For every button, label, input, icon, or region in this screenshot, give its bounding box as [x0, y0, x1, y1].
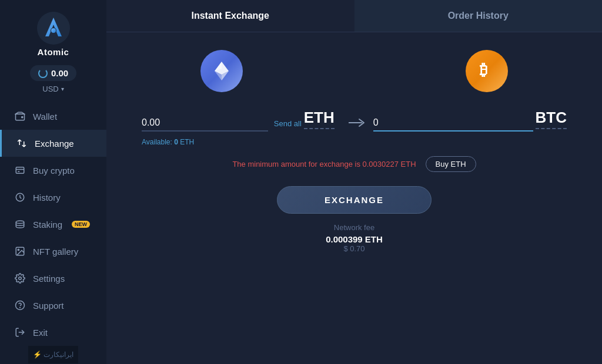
exit-icon [14, 326, 26, 338]
sidebar-label-staking: Staking [33, 220, 62, 230]
logo-area: Atomic [37, 12, 70, 57]
available-amount: 0 [174, 138, 178, 146]
tab-instant-exchange[interactable]: Instant Exchange [106, 0, 354, 32]
sidebar: Atomic 0.00 USD ▾ Wallet [0, 0, 106, 364]
sidebar-label-support: Support [33, 301, 64, 311]
send-all-button[interactable]: Send all [274, 119, 302, 128]
fee-area: Network fee 0.000399 ETH $ 0.70 [326, 223, 383, 253]
sidebar-label-nft-gallery: NFT gallery [33, 247, 78, 257]
arrow-right-icon [349, 117, 365, 128]
sidebar-item-exit[interactable]: Exit [0, 319, 106, 346]
from-amount-input[interactable] [142, 115, 268, 132]
watermark-text: ایرانیکارت ⚡ [33, 350, 73, 359]
history-icon [14, 191, 26, 203]
sidebar-item-exchange[interactable]: Exchange [0, 130, 106, 157]
sidebar-item-buy-crypto[interactable]: Buy crypto [0, 157, 106, 184]
atomic-logo-icon [37, 12, 70, 45]
btc-coin-icon: ₿ [466, 50, 508, 92]
exchange-panel: ₿ Send all ETH [106, 32, 602, 364]
watermark: ایرانیکارت ⚡ [28, 346, 78, 363]
error-message: The minimum amount for exchange is 0.003… [232, 160, 416, 168]
sidebar-label-exit: Exit [33, 328, 48, 338]
chevron-down-icon: ▾ [61, 86, 64, 92]
sidebar-label-settings: Settings [33, 274, 65, 284]
sidebar-item-settings[interactable]: Settings [0, 265, 106, 292]
settings-icon [14, 272, 26, 284]
svg-point-7 [16, 221, 24, 224]
currency-label: USD [42, 85, 58, 93]
sidebar-item-history[interactable]: History [0, 184, 106, 211]
fee-usd-value: $ 0.70 [326, 244, 383, 253]
available-coin: ETH [180, 138, 194, 146]
from-coin-label: ETH [304, 109, 335, 129]
svg-point-10 [19, 277, 22, 280]
buy-eth-button[interactable]: Buy ETH [426, 156, 476, 172]
exchange-button[interactable]: EXCHANGE [277, 186, 432, 214]
main-content: Instant Exchange Order History ₿ [106, 0, 602, 364]
app-name: Atomic [38, 47, 69, 57]
eth-coin-icon [200, 50, 243, 92]
balance-spinner-icon [38, 69, 48, 78]
wallet-icon [14, 110, 26, 122]
staking-icon [14, 218, 26, 230]
sidebar-item-wallet[interactable]: Wallet [0, 103, 106, 130]
svg-point-4 [22, 116, 23, 117]
currency-selector[interactable]: USD ▾ [42, 85, 63, 93]
sidebar-label-buy-crypto: Buy crypto [33, 166, 75, 176]
tab-bar: Instant Exchange Order History [106, 0, 602, 32]
nft-icon [14, 245, 26, 257]
svg-point-9 [18, 249, 19, 250]
support-icon [14, 299, 26, 311]
error-row: The minimum amount for exchange is 0.003… [232, 156, 476, 172]
staking-new-badge: NEW [72, 221, 90, 228]
sidebar-item-nft-gallery[interactable]: NFT gallery [0, 238, 106, 265]
svg-point-2 [51, 28, 56, 33]
sidebar-label-history: History [33, 193, 61, 203]
available-info: Available: 0 ETH [142, 136, 194, 147]
sidebar-label-wallet: Wallet [33, 112, 57, 122]
balance-value: 0.00 [51, 68, 68, 78]
fee-label: Network fee [326, 223, 383, 232]
buy-crypto-icon [14, 164, 26, 176]
sidebar-item-staking[interactable]: Staking NEW [0, 211, 106, 238]
svg-text:₿: ₿ [480, 61, 487, 79]
sidebar-label-exchange: Exchange [35, 139, 74, 149]
tab-order-history[interactable]: Order History [354, 0, 603, 32]
fee-eth-value: 0.000399 ETH [326, 234, 383, 244]
balance-area[interactable]: 0.00 [30, 65, 76, 81]
exchange-icon [16, 137, 28, 149]
svg-rect-5 [16, 167, 24, 174]
to-amount-input[interactable] [373, 115, 533, 132]
nav-menu: Wallet Exchange Buy crypto [0, 103, 106, 346]
sidebar-item-support[interactable]: Support [0, 292, 106, 319]
to-coin-label: BTC [536, 109, 567, 129]
